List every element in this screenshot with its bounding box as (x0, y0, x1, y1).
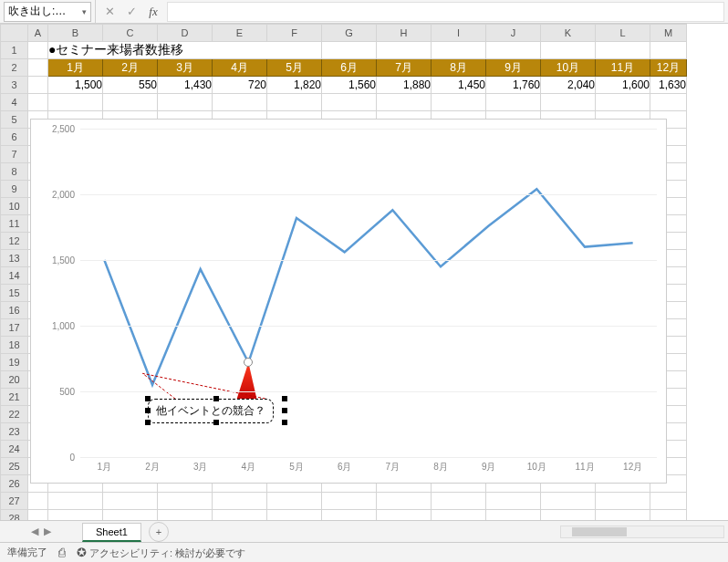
cell-G2[interactable]: 6月 (322, 59, 377, 77)
cell-J1[interactable] (486, 42, 541, 59)
selection-handle[interactable] (282, 408, 287, 413)
tab-nav[interactable]: ◀ ▶ (0, 526, 82, 537)
col-header-M[interactable]: M (650, 25, 687, 42)
horizontal-scrollbar[interactable] (560, 526, 724, 538)
col-header-G[interactable]: G (322, 25, 377, 42)
selection-handle[interactable] (213, 420, 219, 425)
cell-D27[interactable] (158, 493, 213, 510)
formula-input[interactable] (167, 2, 724, 22)
cell-F3[interactable]: 1,820 (267, 77, 322, 94)
cell-M2[interactable]: 12月 (650, 59, 687, 77)
cell-L1[interactable] (596, 42, 650, 59)
cell-J27[interactable] (486, 493, 541, 510)
cell-A27[interactable] (28, 493, 48, 510)
cell-A28[interactable] (28, 510, 48, 521)
cell-A1[interactable] (28, 42, 48, 59)
tab-nav-next-icon[interactable]: ▶ (44, 526, 51, 537)
cell-B2[interactable]: 1月 (48, 59, 103, 77)
cell-G28[interactable] (322, 510, 377, 521)
row-header-16[interactable]: 16 (1, 302, 28, 319)
row-header-19[interactable]: 19 (1, 354, 28, 371)
cell-H28[interactable] (377, 510, 432, 521)
chart[interactable]: 他イベントとの競合？ 05001,0001,5002,0002,5001月2月3… (30, 119, 667, 484)
row-header-5[interactable]: 5 (1, 111, 28, 129)
cell-H2[interactable]: 7月 (377, 59, 432, 77)
cell-A2[interactable] (28, 59, 48, 77)
row-header-7[interactable]: 7 (1, 146, 28, 163)
cell-K27[interactable] (541, 493, 596, 510)
selection-handle[interactable] (145, 408, 151, 413)
row-header-28[interactable]: 28 (1, 510, 28, 521)
selection-handle[interactable] (145, 396, 151, 401)
add-sheet-button[interactable]: + (149, 522, 169, 542)
cell-D4[interactable] (158, 94, 213, 111)
cell-A3[interactable] (28, 77, 48, 94)
row-header-6[interactable]: 6 (1, 129, 28, 146)
cell-K28[interactable] (541, 510, 596, 521)
cell-B28[interactable] (48, 510, 103, 521)
col-header-J[interactable]: J (486, 25, 541, 42)
col-header-I[interactable]: I (432, 25, 486, 42)
cell-G1[interactable] (322, 42, 377, 59)
cell-C4[interactable] (103, 94, 158, 111)
tab-sheet1[interactable]: Sheet1 (82, 523, 141, 542)
cell-H4[interactable] (377, 94, 432, 111)
row-header-12[interactable]: 12 (1, 233, 28, 250)
callout-box[interactable]: 他イベントとの競合？ (148, 399, 274, 423)
col-header-B[interactable]: B (48, 25, 103, 42)
cell-E28[interactable] (213, 510, 267, 521)
row-header-22[interactable]: 22 (1, 406, 28, 423)
row-header-25[interactable]: 25 (1, 458, 28, 475)
row-header-3[interactable]: 3 (1, 77, 28, 94)
row-header-20[interactable]: 20 (1, 371, 28, 389)
col-header-E[interactable]: E (213, 25, 267, 42)
cell-I1[interactable] (432, 42, 486, 59)
cancel-icon[interactable]: ✕ (101, 4, 118, 20)
cell-L2[interactable]: 11月 (596, 59, 650, 77)
cell-B3[interactable]: 1,500 (48, 77, 103, 94)
col-header-C[interactable]: C (103, 25, 158, 42)
cell-F4[interactable] (267, 94, 322, 111)
row-header-26[interactable]: 26 (1, 475, 28, 493)
cell-C27[interactable] (103, 493, 158, 510)
cell-K4[interactable] (541, 94, 596, 111)
cell-G4[interactable] (322, 94, 377, 111)
cell-B1[interactable]: ●セミナー来場者数推移 (48, 42, 322, 59)
select-all-corner[interactable] (1, 25, 28, 42)
row-header-11[interactable]: 11 (1, 215, 28, 233)
row-header-8[interactable]: 8 (1, 163, 28, 181)
row-header-21[interactable]: 21 (1, 389, 28, 406)
confirm-icon[interactable]: ✓ (123, 4, 140, 20)
cell-I3[interactable]: 1,450 (432, 77, 486, 94)
col-header-D[interactable]: D (158, 25, 213, 42)
row-header-17[interactable]: 17 (1, 319, 28, 337)
selection-handle[interactable] (145, 420, 151, 425)
row-header-27[interactable]: 27 (1, 493, 28, 510)
cell-H27[interactable] (377, 493, 432, 510)
row-header-1[interactable]: 1 (1, 42, 28, 59)
col-header-L[interactable]: L (596, 25, 650, 42)
cell-M28[interactable] (650, 510, 687, 521)
cell-I27[interactable] (432, 493, 486, 510)
cell-D2[interactable]: 3月 (158, 59, 213, 77)
cell-M27[interactable] (650, 493, 687, 510)
cell-M3[interactable]: 1,630 (650, 77, 687, 94)
col-header-H[interactable]: H (377, 25, 432, 42)
cell-M4[interactable] (650, 94, 687, 111)
col-header-F[interactable]: F (267, 25, 322, 42)
cell-B4[interactable] (48, 94, 103, 111)
cell-L28[interactable] (596, 510, 650, 521)
row-header-13[interactable]: 13 (1, 250, 28, 267)
cell-J4[interactable] (486, 94, 541, 111)
cell-C3[interactable]: 550 (103, 77, 158, 94)
cell-L4[interactable] (596, 94, 650, 111)
row-header-15[interactable]: 15 (1, 285, 28, 302)
cell-A4[interactable] (28, 94, 48, 111)
cell-K3[interactable]: 2,040 (541, 77, 596, 94)
cell-J3[interactable]: 1,760 (486, 77, 541, 94)
cell-F2[interactable]: 5月 (267, 59, 322, 77)
cell-C2[interactable]: 2月 (103, 59, 158, 77)
row-header-10[interactable]: 10 (1, 198, 28, 215)
cell-B27[interactable] (48, 493, 103, 510)
cell-J2[interactable]: 9月 (486, 59, 541, 77)
